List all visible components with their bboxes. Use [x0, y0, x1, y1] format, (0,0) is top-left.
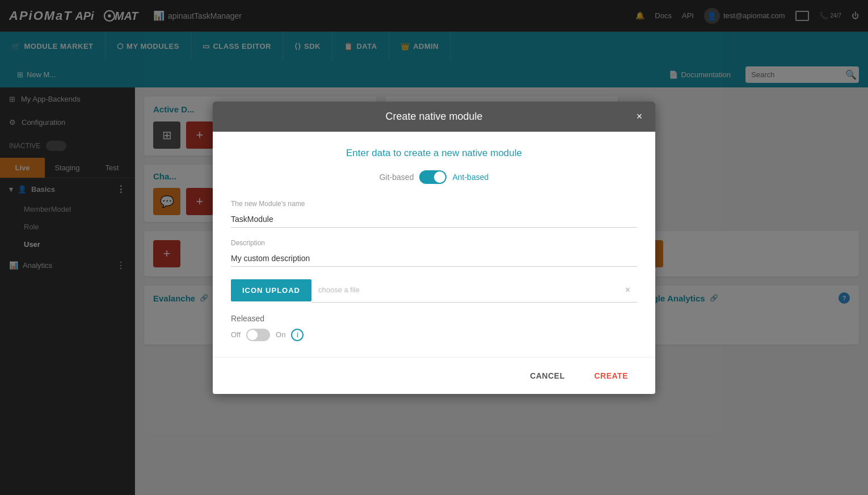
released-toggle-knob — [247, 330, 258, 340]
cancel-button[interactable]: CANCEL — [521, 367, 574, 385]
toggle-knob — [434, 171, 445, 183]
file-placeholder: choose a file — [318, 286, 360, 294]
git-based-label: Git-based — [380, 173, 414, 182]
released-toggle[interactable] — [246, 329, 270, 341]
create-button[interactable]: CREATE — [585, 367, 637, 385]
modal-close-button[interactable]: × — [633, 110, 646, 123]
released-section: Released Off On i — [231, 314, 637, 341]
description-group: Description — [231, 239, 637, 267]
file-input-area: choose a file × — [311, 278, 637, 303]
modal-body: Enter data to create a new native module… — [213, 132, 655, 357]
description-input[interactable] — [231, 250, 637, 267]
description-label: Description — [231, 239, 637, 247]
on-label: On — [276, 330, 285, 339]
icon-upload-row: ICON UPLOAD choose a file × — [231, 278, 637, 303]
modal-title: Create native module — [385, 111, 482, 123]
file-clear-button[interactable]: × — [625, 285, 630, 295]
released-info-icon[interactable]: i — [291, 329, 304, 341]
module-name-label: The new Module's name — [231, 200, 637, 208]
released-label: Released — [231, 314, 637, 323]
module-name-group: The new Module's name — [231, 200, 637, 228]
released-row: Off On i — [231, 329, 637, 341]
ant-based-label: Ant-based — [452, 173, 488, 182]
modal-footer: CANCEL CREATE — [213, 357, 655, 394]
off-label: Off — [231, 330, 241, 339]
toggle-row: Git-based Ant-based — [231, 170, 637, 184]
icon-upload-button[interactable]: ICON UPLOAD — [231, 279, 311, 301]
create-native-module-modal: Create native module × Enter data to cre… — [213, 102, 655, 394]
modal-header: Create native module × — [213, 102, 655, 132]
modal-overlay[interactable]: Create native module × Enter data to cre… — [0, 0, 868, 495]
modal-subtitle: Enter data to create a new native module — [231, 148, 637, 159]
ant-based-toggle[interactable] — [419, 170, 446, 184]
module-name-input[interactable] — [231, 211, 637, 228]
